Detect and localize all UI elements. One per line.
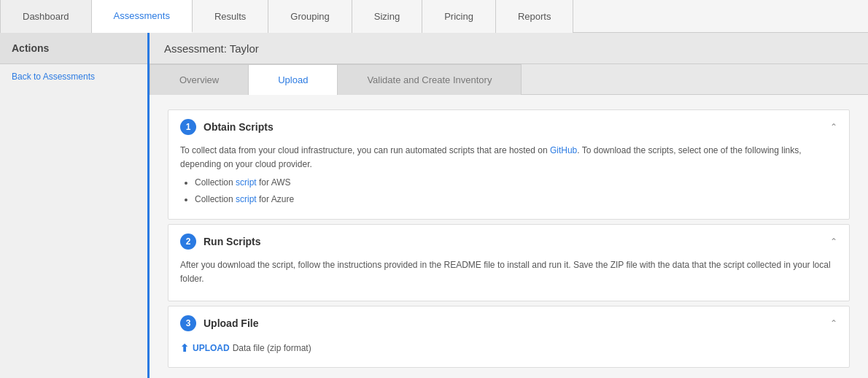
nav-tab-results[interactable]: Results (193, 0, 268, 33)
section-obtain-scripts: 1 Obtain Scripts ⌃ To collect data from … (168, 109, 850, 220)
nav-tab-assessments[interactable]: Assessments (92, 0, 193, 33)
section-upload-file-header[interactable]: 3 Upload File ⌃ (168, 306, 849, 340)
nav-tab-grouping[interactable]: Grouping (268, 0, 352, 33)
sidebar-header: Actions (0, 33, 147, 64)
tab-validate[interactable]: Validate and Create Inventory (338, 64, 522, 95)
section-title-text: Obtain Scripts (204, 121, 274, 133)
sub-tabs: Overview Upload Validate and Create Inve… (150, 64, 868, 95)
section-upload-title-text: Upload File (204, 317, 258, 329)
upload-hint: Data file (zip format) (233, 342, 311, 355)
chevron-up-icon-3: ⌃ (830, 318, 837, 328)
bottom-bar: Back Save & Next (168, 372, 850, 378)
back-to-assessments-link[interactable]: Back to Assessments (0, 64, 147, 89)
tab-overview[interactable]: Overview (150, 64, 249, 95)
step-badge-2: 2 (180, 234, 196, 250)
sidebar: Actions Back to Assessments (0, 33, 150, 378)
main-content: Assessment: Taylor Overview Upload Valid… (150, 33, 868, 378)
step-badge-1: 1 (180, 119, 196, 135)
section-upload-file: 3 Upload File ⌃ ⬆ UPLOAD Data file (zip … (168, 306, 850, 367)
scripts-list: Collection script for AWS Collection scr… (195, 176, 837, 206)
section-run-scripts: 2 Run Scripts ⌃ After you download the s… (168, 224, 850, 301)
section-upload-file-body: ⬆ UPLOAD Data file (zip format) (168, 340, 849, 366)
section-run-title-text: Run Scripts (204, 236, 261, 247)
nav-tab-reports[interactable]: Reports (496, 0, 574, 33)
section-obtain-scripts-header[interactable]: 1 Obtain Scripts ⌃ (168, 110, 849, 144)
nav-tab-sizing[interactable]: Sizing (352, 0, 422, 33)
step-badge-3: 3 (180, 315, 196, 331)
upload-label: UPLOAD (193, 342, 230, 355)
aws-script-item: Collection script for AWS (195, 176, 837, 190)
chevron-up-icon-2: ⌃ (830, 236, 837, 247)
tab-upload[interactable]: Upload (249, 64, 338, 95)
azure-script-link[interactable]: script (236, 194, 257, 204)
section-run-scripts-header[interactable]: 2 Run Scripts ⌃ (168, 225, 849, 258)
content-area: 1 Obtain Scripts ⌃ To collect data from … (150, 95, 868, 378)
run-scripts-text: After you download the script, follow th… (180, 258, 837, 286)
section-obtain-scripts-body: To collect data from your cloud infrastr… (168, 144, 849, 219)
obtain-scripts-intro: To collect data from your cloud infrastr… (180, 144, 837, 171)
nav-tab-dashboard[interactable]: Dashboard (0, 0, 92, 33)
upload-button[interactable]: ⬆ UPLOAD (180, 340, 230, 356)
top-nav: Dashboard Assessments Results Grouping S… (0, 0, 868, 33)
upload-icon: ⬆ (180, 340, 189, 356)
azure-script-item: Collection script for Azure (195, 193, 837, 207)
assessment-header: Assessment: Taylor (150, 33, 868, 64)
aws-script-link[interactable]: script (236, 177, 257, 188)
main-layout: Actions Back to Assessments Assessment: … (0, 33, 868, 378)
nav-tab-pricing[interactable]: Pricing (422, 0, 496, 33)
chevron-up-icon: ⌃ (830, 122, 837, 132)
github-link[interactable]: GitHub (550, 145, 577, 155)
section-run-scripts-body: After you download the script, follow th… (168, 258, 849, 301)
